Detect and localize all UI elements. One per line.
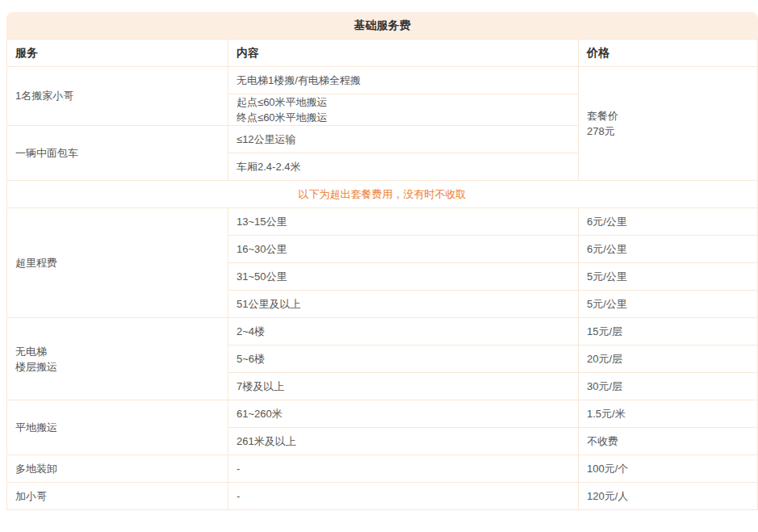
service-cell-floors: 无电梯 楼层搬运 — [7, 318, 228, 400]
service-line: 加小哥 — [15, 488, 220, 504]
content-cell: 车厢2.4-2.4米 — [228, 153, 579, 181]
content-line: 起点≤60米平地搬运 — [237, 94, 570, 110]
pricing-table: 服务 内容 价格 1名搬家小哥 无电梯1楼搬/有电梯全程搬 套餐价 278元 起… — [6, 39, 758, 510]
content-cell: 起点≤60米平地搬运 终点≤60米平地搬运 — [228, 94, 579, 126]
content-cell: 2~4楼 — [228, 318, 579, 346]
content-cell: 261米及以上 — [228, 428, 579, 455]
price-cell: 15元/层 — [579, 318, 758, 346]
content-cell: 13~15公里 — [228, 208, 579, 236]
price-cell: 100元/个 — [579, 455, 758, 483]
notice-text: 以下为超出套餐费用，没有时不收取 — [7, 181, 758, 208]
content-cell: 16~30公里 — [228, 236, 579, 263]
service-line: 超里程费 — [15, 255, 220, 270]
service-cell-van: 一辆中面包车 — [7, 126, 228, 181]
table-row: 平地搬运 61~260米 1.5元/米 — [7, 400, 758, 428]
content-cell: 61~260米 — [228, 400, 579, 428]
content-cell: 7楼及以上 — [228, 373, 579, 400]
table-row: 无电梯 楼层搬运 2~4楼 15元/层 — [7, 318, 758, 346]
notice-row: 以下为超出套餐费用，没有时不收取 — [7, 181, 758, 208]
service-cell-movers: 1名搬家小哥 — [7, 67, 228, 126]
column-header-content: 内容 — [228, 40, 579, 67]
table-title: 基础服务费 — [6, 12, 758, 39]
price-cell: 20元/层 — [579, 346, 758, 373]
content-cell: ≤12公里运输 — [228, 126, 579, 153]
package-price-label: 套餐价 — [587, 108, 749, 124]
price-cell: 1.5元/米 — [579, 400, 758, 428]
price-cell: 5元/公里 — [579, 263, 758, 291]
price-cell: 5元/公里 — [579, 291, 758, 318]
price-cell: 不收费 — [579, 428, 758, 455]
service-line: 平地搬运 — [15, 420, 220, 435]
table-row: 超里程费 13~15公里 6元/公里 — [7, 208, 758, 236]
price-cell: 6元/公里 — [579, 208, 758, 236]
service-line: 多地装卸 — [15, 461, 220, 476]
content-line: 终点≤60米平地搬运 — [237, 110, 570, 125]
price-cell: 30元/层 — [579, 373, 758, 400]
table-row: 1名搬家小哥 无电梯1楼搬/有电梯全程搬 套餐价 278元 — [7, 67, 758, 94]
column-header-price: 价格 — [579, 40, 758, 67]
package-price-cell: 套餐价 278元 — [579, 67, 758, 181]
content-cell: - — [228, 455, 579, 483]
service-cell-mileage: 超里程费 — [7, 208, 228, 318]
column-header-service: 服务 — [7, 40, 228, 67]
service-line: 楼层搬运 — [15, 359, 220, 375]
service-cell-flat: 平地搬运 — [7, 400, 228, 455]
package-price-value: 278元 — [587, 124, 749, 139]
pricing-panel: 基础服务费 服务 内容 价格 1名搬家小哥 无电梯1楼搬/有电梯全程搬 套餐价 … — [6, 12, 758, 510]
service-cell-extra-mover: 加小哥 — [7, 483, 228, 510]
content-cell: 5~6楼 — [228, 346, 579, 373]
content-cell: - — [228, 483, 579, 510]
content-cell: 51公里及以上 — [228, 291, 579, 318]
content-cell: 无电梯1楼搬/有电梯全程搬 — [228, 67, 579, 94]
table-row: 加小哥 - 120元/人 — [7, 483, 758, 510]
price-cell: 120元/人 — [579, 483, 758, 510]
table-row: 多地装卸 - 100元/个 — [7, 455, 758, 483]
header-row: 服务 内容 价格 — [7, 40, 758, 67]
service-cell-multiload: 多地装卸 — [7, 455, 228, 483]
service-line: 无电梯 — [15, 344, 220, 359]
price-cell: 6元/公里 — [579, 236, 758, 263]
content-cell: 31~50公里 — [228, 263, 579, 291]
